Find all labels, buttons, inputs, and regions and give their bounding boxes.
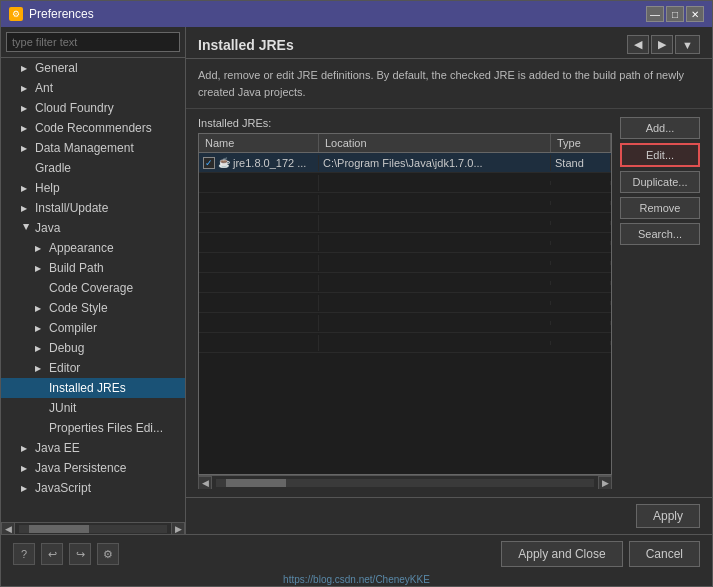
- cell-location: [319, 201, 551, 205]
- close-button[interactable]: ✕: [686, 6, 704, 22]
- table-row[interactable]: ✓ ☕ jre1.8.0_172 ... C:\Program Files\Ja…: [199, 153, 611, 173]
- maximize-button[interactable]: □: [666, 6, 684, 22]
- footer-bar: ? ↩ ↪ ⚙ Apply and Close Cancel: [1, 534, 712, 573]
- cell-type: [551, 181, 611, 185]
- sidebar-item-appearance[interactable]: ▶ Appearance: [1, 238, 185, 258]
- sidebar-item-label: Debug: [49, 341, 84, 355]
- sidebar-item-java[interactable]: ▶ Java: [1, 218, 185, 238]
- java-icon: ☕: [218, 157, 230, 168]
- cell-name: [199, 275, 319, 291]
- table-row: [199, 313, 611, 333]
- h-scroll-right[interactable]: ▶: [598, 476, 612, 490]
- sidebar-item-label: Java EE: [35, 441, 80, 455]
- cell-type: [551, 321, 611, 325]
- sidebar-item-debug[interactable]: ▶ Debug: [1, 338, 185, 358]
- cell-location: C:\Program Files\Java\jdk1.7.0...: [319, 155, 551, 171]
- preferences-window: ⚙ Preferences — □ ✕ ▶ General ▶ Ant: [0, 0, 713, 587]
- sidebar-item-editor[interactable]: ▶ Editor: [1, 358, 185, 378]
- sidebar-item-label: Gradle: [35, 161, 71, 175]
- row-checkbox[interactable]: ✓: [203, 157, 215, 169]
- cell-type: [551, 281, 611, 285]
- minimize-button[interactable]: —: [646, 6, 664, 22]
- cell-location: [319, 341, 551, 345]
- sidebar: ▶ General ▶ Ant ▶ Cloud Foundry ▶ Code R…: [1, 27, 186, 534]
- sidebar-item-junit[interactable]: JUnit: [1, 398, 185, 418]
- undo-icon-button[interactable]: ↩: [41, 543, 63, 565]
- nav-forward-button[interactable]: ▶: [651, 35, 673, 54]
- sidebar-item-label: Code Recommenders: [35, 121, 152, 135]
- scroll-right-arrow[interactable]: ▶: [171, 522, 185, 535]
- remove-button[interactable]: Remove: [620, 197, 700, 219]
- cell-location: [319, 301, 551, 305]
- arrow-icon: ▶: [21, 444, 31, 453]
- arrow-icon: ▶: [35, 364, 45, 373]
- table-label: Installed JREs:: [198, 117, 612, 129]
- sidebar-item-build-path[interactable]: ▶ Build Path: [1, 258, 185, 278]
- table-row: [199, 273, 611, 293]
- redo-icon-button[interactable]: ↪: [69, 543, 91, 565]
- table-body: ✓ ☕ jre1.8.0_172 ... C:\Program Files\Ja…: [199, 153, 611, 474]
- sidebar-item-label: General: [35, 61, 78, 75]
- settings-icon-button[interactable]: ⚙: [97, 543, 119, 565]
- app-icon: ⚙: [9, 7, 23, 21]
- help-icon-button[interactable]: ?: [13, 543, 35, 565]
- apply-button[interactable]: Apply: [636, 504, 700, 528]
- sidebar-item-code-recommenders[interactable]: ▶ Code Recommenders: [1, 118, 185, 138]
- apply-and-close-button[interactable]: Apply and Close: [501, 541, 622, 567]
- window-title: Preferences: [29, 7, 94, 21]
- sidebar-item-label: Compiler: [49, 321, 97, 335]
- edit-button[interactable]: Edit...: [620, 143, 700, 167]
- sidebar-item-label: Editor: [49, 361, 80, 375]
- sidebar-item-gradle[interactable]: Gradle: [1, 158, 185, 178]
- sidebar-item-ant[interactable]: ▶ Ant: [1, 78, 185, 98]
- sidebar-item-label: Installed JREs: [49, 381, 126, 395]
- panel-body: Installed JREs: Name Location Type: [186, 109, 712, 497]
- table-row: [199, 173, 611, 193]
- sidebar-item-general[interactable]: ▶ General: [1, 58, 185, 78]
- sidebar-item-code-style[interactable]: ▶ Code Style: [1, 298, 185, 318]
- duplicate-button[interactable]: Duplicate...: [620, 171, 700, 193]
- add-button[interactable]: Add...: [620, 117, 700, 139]
- table-horizontal-scrollbar[interactable]: ◀ ▶: [198, 475, 612, 489]
- cell-name: [199, 335, 319, 351]
- sidebar-item-install-update[interactable]: ▶ Install/Update: [1, 198, 185, 218]
- apply-bar: Apply: [186, 497, 712, 534]
- h-scroll-left[interactable]: ◀: [198, 476, 212, 490]
- sidebar-item-installed-jres[interactable]: Installed JREs: [1, 378, 185, 398]
- cell-type: [551, 301, 611, 305]
- table-row: [199, 233, 611, 253]
- cell-type: [551, 201, 611, 205]
- filter-input[interactable]: [6, 32, 180, 52]
- nav-dropdown-button[interactable]: ▼: [675, 35, 700, 54]
- footer-icons: ? ↩ ↪ ⚙: [13, 543, 119, 565]
- sidebar-item-label: Cloud Foundry: [35, 101, 114, 115]
- scroll-left-arrow[interactable]: ◀: [1, 522, 15, 535]
- sidebar-item-java-ee[interactable]: ▶ Java EE: [1, 438, 185, 458]
- panel-title: Installed JREs: [198, 37, 294, 53]
- desc-text: Add, remove or edit JRE definitions. By …: [198, 69, 684, 98]
- sidebar-item-javascript[interactable]: ▶ JavaScript: [1, 478, 185, 498]
- sidebar-item-label: Install/Update: [35, 201, 108, 215]
- nav-back-button[interactable]: ◀: [627, 35, 649, 54]
- sidebar-item-compiler[interactable]: ▶ Compiler: [1, 318, 185, 338]
- sidebar-item-label: Build Path: [49, 261, 104, 275]
- cell-type: [551, 261, 611, 265]
- cancel-button[interactable]: Cancel: [629, 541, 700, 567]
- sidebar-item-code-coverage[interactable]: Code Coverage: [1, 278, 185, 298]
- sidebar-item-java-persistence[interactable]: ▶ Java Persistence: [1, 458, 185, 478]
- sidebar-item-label: Help: [35, 181, 60, 195]
- title-controls: — □ ✕: [646, 6, 704, 22]
- sidebar-item-label: JUnit: [49, 401, 76, 415]
- sidebar-item-cloud-foundry[interactable]: ▶ Cloud Foundry: [1, 98, 185, 118]
- cell-name: [199, 195, 319, 211]
- table-section: Installed JREs: Name Location Type: [198, 117, 612, 489]
- arrow-icon: ▶: [35, 264, 45, 273]
- sidebar-horizontal-scrollbar[interactable]: ◀ ▶: [1, 522, 185, 534]
- sidebar-item-help[interactable]: ▶ Help: [1, 178, 185, 198]
- cell-location: [319, 281, 551, 285]
- arrow-icon: ▶: [21, 104, 31, 113]
- sidebar-item-data-management[interactable]: ▶ Data Management: [1, 138, 185, 158]
- arrow-icon: ▶: [35, 304, 45, 313]
- sidebar-item-properties-files[interactable]: Properties Files Edi...: [1, 418, 185, 438]
- search-button[interactable]: Search...: [620, 223, 700, 245]
